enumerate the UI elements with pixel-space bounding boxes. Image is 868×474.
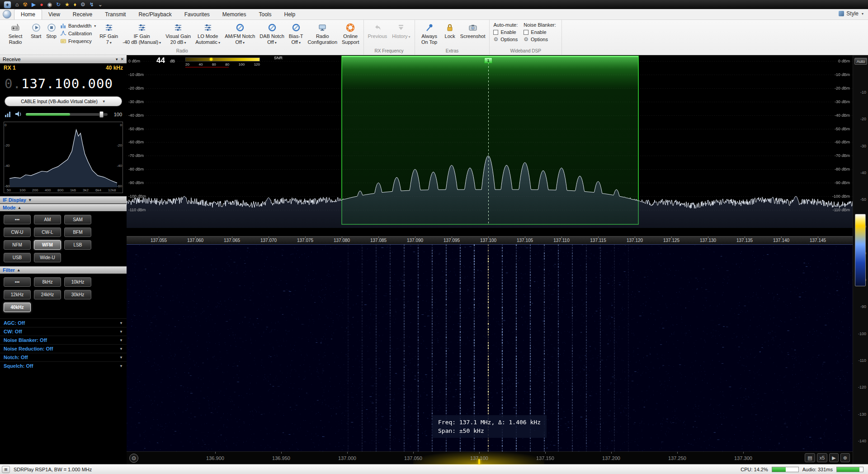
tab-help[interactable]: Help [278,9,302,19]
bandwidth-button[interactable]: Bandwidth▾ [60,23,96,29]
tab-view[interactable]: View [42,9,66,19]
volume-slider[interactable] [26,113,108,116]
section-noise-blanker[interactable]: Noise Blanker: Off▼ [0,336,127,344]
band-freq-tick: 137.000 [338,455,356,461]
qat-play-icon[interactable]: ▶ [32,2,36,7]
filter-button-10khz[interactable]: 10kHz [64,277,91,287]
previous-button[interactable]: Previous [366,21,390,48]
tab-favourites[interactable]: Favourites [178,9,216,19]
zoom-in-button[interactable]: ⊕ [840,453,850,462]
spectrum-frequency-scale[interactable]: 137.055137.060137.065137.070137.075137.0… [127,236,853,244]
zoom-factor-button[interactable]: x5 [817,453,828,462]
section-if-display[interactable]: IF Display▾ [0,196,127,204]
stop-button[interactable]: Stop [44,21,59,48]
tab-receive[interactable]: Receive [66,9,99,19]
qat-power-icon[interactable]: ↻ [56,2,61,7]
audio-device-select[interactable]: CABLE Input (VB-Audio Virtual Cable) ▼ [5,96,122,106]
mode-button-bfm[interactable]: BFM [64,228,91,237]
visual-gain-20-db-line1: Visual Gain [165,33,191,39]
qat-record-icon[interactable]: ● [40,2,43,7]
mode-button-lsb[interactable]: LSB [64,240,91,250]
qat-display-icon[interactable]: ◉ [47,2,52,7]
app-menu-orb-button[interactable] [3,10,11,19]
qat-home-icon[interactable]: ⌂ [15,2,19,7]
history-button[interactable]: History▾ [390,21,412,48]
calibration-button[interactable]: Calibration [60,30,96,37]
section-filter[interactable]: Filter▴ [0,266,127,274]
tab-transmit[interactable]: Transmit [99,9,132,19]
mode-button-nfm[interactable]: NFM [4,240,31,250]
radio-configuration-button[interactable]: RadioConfiguration [306,21,340,48]
visual-gain-20-db-button[interactable]: Visual Gain20 dB▾ [163,21,193,48]
pan-button[interactable]: ▤ [805,453,815,462]
online-support-button[interactable]: OnlineSupport [340,21,362,48]
filter-button-24khz[interactable]: 24kHz [34,290,61,299]
am-fm-notch-off-button[interactable]: AM/FM NotchOff▾ [222,21,257,48]
status-corner-button[interactable]: ▦ [2,466,10,473]
section-noise-reduction[interactable]: Noise Reduction: Off▼ [0,344,127,353]
mode-button-wideu[interactable]: Wide-U [34,253,61,262]
screenshot-button[interactable]: Screenshot [458,21,488,48]
section-agc[interactable]: AGC: Off▼ [0,318,127,327]
section-squelch[interactable]: Squelch: Off▼ [0,361,127,370]
filter-button-[interactable]: ••• [4,277,31,287]
qat-favourite-icon[interactable]: ★ [65,2,70,7]
qat-lock-icon[interactable]: ♦ [74,2,76,7]
select-radio-button[interactable]: Select Radio [3,21,28,48]
frequency-button[interactable]: Frequency [60,38,96,44]
level-range-slider[interactable] [855,214,866,286]
dab-notch-off-button[interactable]: DAB NotchOff▾ [257,21,286,48]
bias-t-off-button[interactable]: Bias-TOff▾ [287,21,306,48]
panel-close-icon[interactable]: ✕ [120,57,124,62]
mode-button-usb[interactable]: USB [4,253,31,262]
filter-button-8khz[interactable]: 8kHz [34,277,61,287]
if-gain-40-db-manual--button[interactable]: IF Gain-40 dB (Manual)▾ [120,21,163,48]
radio-dropdown-buttons: RF Gain7▾IF Gain-40 dB (Manual)▾Visual G… [97,21,361,48]
frequency-display[interactable]: 0.137.100.000 [0,72,127,95]
section-mode[interactable]: Mode▴ [0,204,127,211]
lo-mode-automatic-button[interactable]: LO ModeAutomatic▾ [193,21,222,48]
band-frequency-scale[interactable]: ⊙ ▤ x5 ▶ ⊕ 136.900136.950137.000137.0501… [127,451,853,464]
mode-button-sam[interactable]: SAM [64,215,91,224]
scroll-right-button[interactable]: ▶ [829,453,838,462]
rx-region-tag[interactable]: 1 [484,57,492,63]
mode-button-wfm[interactable]: WFM [34,240,61,250]
automute-enable-checkbox[interactable]: Enable [493,29,518,35]
noise-blanker-enable-checkbox[interactable]: Enable [524,29,556,35]
panel-collapse-icon[interactable]: ▾ [116,57,118,62]
mode-button-cwl[interactable]: CW-L [34,228,61,237]
speaker-icon[interactable] [15,111,22,118]
tab-rec-playback[interactable]: Rec/Playback [132,9,178,19]
filter-button-40khz[interactable]: 40kHz [4,303,31,312]
qat-antenna-icon[interactable]: ↯ [90,2,94,7]
qat-settings-icon[interactable]: ⚙ [80,2,85,7]
always-on-top-button[interactable]: Always On Top [417,21,442,48]
filter-button-30khz[interactable]: 30kHz [64,290,91,299]
rf-gain-7-button[interactable]: RF Gain7▾ [97,21,120,48]
qat-band-icon[interactable]: ☢ [23,2,28,7]
filter-button-12khz[interactable]: 12kHz [4,290,31,299]
zoom-out-button[interactable]: ⊙ [129,454,138,463]
section-notch[interactable]: Notch: Off▼ [0,353,127,361]
tab-home[interactable]: Home [14,9,42,19]
app-icon[interactable]: ◈ [4,1,11,9]
spectrum-canvas[interactable] [127,55,853,228]
tick-mark [818,237,818,238]
tick-mark [677,452,678,454]
qat-customize-icon[interactable]: ⌄ [98,2,103,7]
mode-button-cwu[interactable]: CW-U [4,228,31,237]
automute-options-button[interactable]: ⚙Options [493,37,518,42]
volume-thumb[interactable] [99,111,104,118]
tab-tools[interactable]: Tools [253,9,278,19]
section-cw[interactable]: CW: Off▼ [0,327,127,336]
auto-level-button[interactable]: Auto [854,58,867,65]
lock-button[interactable]: Lock [443,21,458,48]
start-button[interactable]: Start [28,21,43,48]
mode-button-[interactable]: ••• [4,215,31,224]
camera-icon [468,23,477,33]
noise-blanker-options-button[interactable]: ⚙Options [524,37,556,42]
af-spectrum-icon[interactable] [5,111,11,118]
tab-memories[interactable]: Memories [216,9,253,19]
mode-button-am[interactable]: AM [34,215,61,224]
style-button[interactable]: Style ▾ [839,10,863,17]
